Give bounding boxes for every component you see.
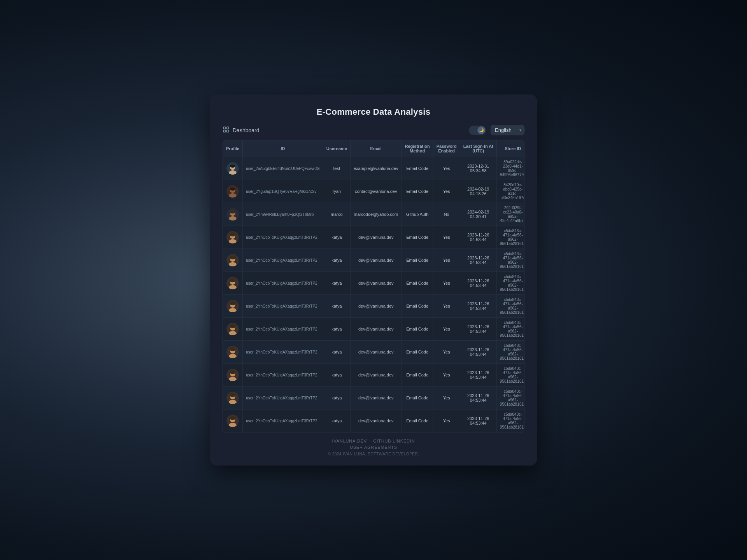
footer-link-ivanluna[interactable]: IVANLUNA.DEV xyxy=(332,439,367,443)
cell-last-signin: 2023-12-31 05:34:58 xyxy=(460,157,496,180)
footer-link-github-linkedin[interactable]: GITHUB·LINKEDIN xyxy=(373,439,415,443)
cell-email: dev@ivanluna.dev xyxy=(350,272,402,295)
avatar xyxy=(226,346,239,358)
cell-password-enabled: Yes xyxy=(433,295,460,318)
cell-email: dev@ivanluna.dev xyxy=(350,226,402,249)
table-row[interactable]: user_2YhOcbTxKUlgAXaqgzLmT3RrTP2 katya d… xyxy=(223,295,524,318)
cell-email: dev@ivanluna.dev xyxy=(350,410,402,432)
cell-id: user_2YhOcbTxKUlgAXaqgzLmT3RrTP2 xyxy=(243,364,323,387)
cell-last-signin: 2023-11-26 04:53:44 xyxy=(460,387,496,410)
cell-profile xyxy=(223,249,243,272)
cell-reg-method: Email Code xyxy=(402,272,433,295)
cell-password-enabled: Yes xyxy=(433,387,460,410)
table-row[interactable]: user_2YhOcbTxKUlgAXaqgzLmT3RrTP2 katya d… xyxy=(223,410,524,432)
table-row[interactable]: user_2aAiZgbEE64dNun1UUePQFxwwdG test ex… xyxy=(223,157,524,180)
cell-username: katya xyxy=(323,318,350,341)
avatar xyxy=(226,208,239,220)
table-row[interactable]: user_2YhOcbTxKUlgAXaqgzLmT3RrTP2 katya d… xyxy=(223,272,524,295)
cell-store-id: c5da843c-471a-4a56-a962-9561ab281612 xyxy=(496,272,524,295)
dashboard-label-text: Dashboard xyxy=(233,127,260,133)
cell-id: user_2YhOcbTxKUlgAXaqgzLmT3RrTP2 xyxy=(243,295,323,318)
cell-username: katya xyxy=(323,341,350,364)
col-id: ID xyxy=(243,140,323,157)
cell-store-id: c5da843c-471a-4a56-a962-9561ab281612 xyxy=(496,295,524,318)
cell-store-id: c5da843c-471a-4a56-a962-9561ab281612 xyxy=(496,226,524,249)
cell-username: ryan xyxy=(323,180,350,203)
footer-sub-links: USER AGREEMENTS xyxy=(223,445,524,450)
cell-last-signin: 2023-11-26 04:53:44 xyxy=(460,318,496,341)
avatar xyxy=(226,254,239,266)
cell-profile xyxy=(223,157,243,180)
cell-last-signin: 2023-11-26 04:53:44 xyxy=(460,249,496,272)
table-row[interactable]: user_2YhOcbTxKUlgAXaqgzLmT3RrTP2 katya d… xyxy=(223,249,524,272)
toggle-knob: 🌙 xyxy=(477,126,485,134)
svg-point-51 xyxy=(230,416,236,420)
main-card: E-Commerce Data Analysis Dashboard 🌙 Eng… xyxy=(210,94,537,466)
cell-id: user_2YhOcbTxKUlgAXaqgzLmT3RrTP2 xyxy=(243,318,323,341)
avatar xyxy=(226,300,239,312)
cell-reg-method: Email Code xyxy=(402,318,433,341)
table-row[interactable]: user_2YhOcbTxKUlgAXaqgzLmT3RrTP2 katya d… xyxy=(223,318,524,341)
cell-reg-method: Email Code xyxy=(402,180,433,203)
table-row[interactable]: user_2YhOcbTxKUlgAXaqgzLmT3RrTP2 katya d… xyxy=(223,341,524,364)
cell-profile xyxy=(223,203,243,226)
cell-username: katya xyxy=(323,226,350,249)
cell-password-enabled: Yes xyxy=(433,226,460,249)
cell-password-enabled: Yes xyxy=(433,157,460,180)
cell-username: katya xyxy=(323,410,350,432)
table-row[interactable]: user_2YhOcbTxKUlgAXaqgzLmT3RrTP2 katya d… xyxy=(223,226,524,249)
cell-id: user_2Ygu8up1SQTye07RaRgMkxt7xSv xyxy=(243,180,323,203)
cell-reg-method: Email Code xyxy=(402,226,433,249)
page-title: E-Commerce Data Analysis xyxy=(223,107,524,117)
cell-store-id: c5da843c-471a-4a56-a962-9561ab281612 xyxy=(496,364,524,387)
cell-store-id: 89a022de-23d0-44d1-959d-84996e867793 xyxy=(496,157,524,180)
table-row[interactable]: user_2YhOcbTxKUlgAXaqgzLmT3RrTP2 katya d… xyxy=(223,364,524,387)
cell-email: dev@ivanluna.dev xyxy=(350,295,402,318)
table-row[interactable]: user_2Yh994RnlLByarh0Fp2Qt2T8Mrb marco m… xyxy=(223,203,524,226)
svg-rect-0 xyxy=(223,127,225,129)
cell-profile xyxy=(223,180,243,203)
cell-reg-method: Email Code xyxy=(402,249,433,272)
avatar xyxy=(226,369,239,381)
table-row[interactable]: user_2YhOcbTxKUlgAXaqgzLmT3RrTP2 katya d… xyxy=(223,387,524,410)
data-table: Profile ID Username Email RegistrationMe… xyxy=(223,140,524,432)
col-reg-method: RegistrationMethod xyxy=(402,140,433,157)
cell-profile xyxy=(223,410,243,432)
cell-email: dev@ivanluna.dev xyxy=(350,318,402,341)
language-select[interactable]: English Spanish French xyxy=(491,125,524,135)
table-header: Profile ID Username Email RegistrationMe… xyxy=(223,140,524,157)
cell-id: user_2YhOcbTxKUlgAXaqgzLmT3RrTP2 xyxy=(243,410,323,432)
cell-id: user_2YhOcbTxKUlgAXaqgzLmT3RrTP2 xyxy=(243,226,323,249)
cell-id: user_2YhOcbTxKUlgAXaqgzLmT3RrTP2 xyxy=(243,341,323,364)
cell-profile xyxy=(223,272,243,295)
cell-store-id: c5da843c-471a-4a56-a962-9561ab281612 xyxy=(496,249,524,272)
dashboard-nav[interactable]: Dashboard xyxy=(223,126,260,134)
table-body: user_2aAiZgbEE64dNun1UUePQFxwwdG test ex… xyxy=(223,157,524,432)
avatar xyxy=(226,277,239,289)
data-table-wrapper: Profile ID Username Email RegistrationMe… xyxy=(223,140,524,432)
cell-store-id: 292d029f-cc22-40a0-aa52-49c4c44a9b77 xyxy=(496,203,524,226)
col-last-signin: Last Sign-In At(UTC) xyxy=(460,140,496,157)
cell-last-signin: 2023-11-26 04:53:44 xyxy=(460,410,496,432)
footer-link-user-agreements[interactable]: USER AGREEMENTS xyxy=(350,445,397,450)
cell-profile xyxy=(223,387,243,410)
cell-email: contact@ivanluna.dev xyxy=(350,180,402,203)
cell-last-signin: 2023-11-26 04:53:44 xyxy=(460,226,496,249)
cell-username: katya xyxy=(323,364,350,387)
cell-password-enabled: Yes xyxy=(433,410,460,432)
cell-profile xyxy=(223,318,243,341)
svg-point-43 xyxy=(230,370,236,374)
dark-mode-toggle[interactable]: 🌙 xyxy=(469,126,486,135)
cell-username: katya xyxy=(323,295,350,318)
cell-username: katya xyxy=(323,387,350,410)
avatar xyxy=(226,231,239,243)
cell-last-signin: 2024-02-19 04:18:26 xyxy=(460,180,496,203)
cell-reg-method: Email Code xyxy=(402,295,433,318)
avatar xyxy=(226,185,239,198)
cell-reg-method: Email Code xyxy=(402,364,433,387)
cell-password-enabled: Yes xyxy=(433,364,460,387)
table-row[interactable]: user_2Ygu8up1SQTye07RaRgMkxt7xSv ryan co… xyxy=(223,180,524,203)
toolbar: Dashboard 🌙 English Spanish French ▾ xyxy=(223,125,524,135)
cell-id: user_2aAiZgbEE64dNun1UUePQFxwwdG xyxy=(243,157,323,180)
cell-username: test xyxy=(323,157,350,180)
